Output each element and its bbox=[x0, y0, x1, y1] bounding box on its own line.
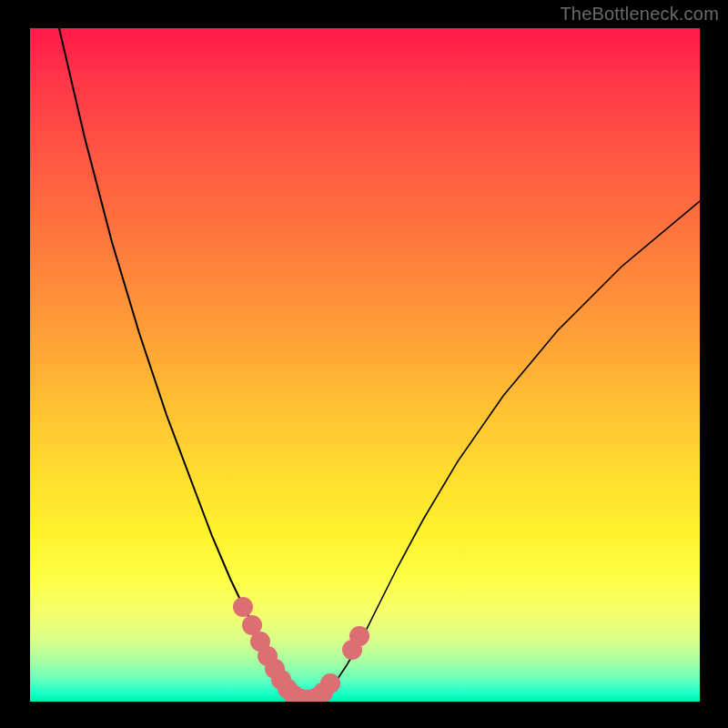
chart-stage: TheBottleneck.com bbox=[0, 0, 728, 728]
watermark-text: TheBottleneck.com bbox=[560, 4, 719, 25]
highlight-dots bbox=[233, 597, 369, 702]
highlight-dot bbox=[233, 597, 253, 617]
highlight-dot bbox=[349, 626, 369, 646]
curve-right bbox=[303, 201, 700, 700]
curve-left bbox=[59, 28, 303, 700]
plot-area bbox=[30, 28, 700, 702]
curve-layer bbox=[30, 28, 700, 702]
highlight-dot bbox=[320, 673, 340, 693]
